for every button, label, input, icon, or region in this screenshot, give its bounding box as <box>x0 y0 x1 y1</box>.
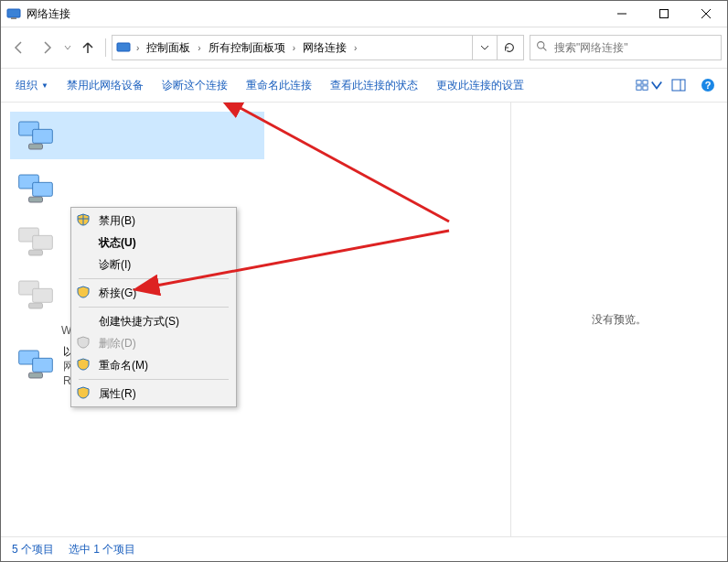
cm-properties[interactable]: 属性(R) <box>71 383 236 405</box>
toolbar: 组织▼ 禁用此网络设备 诊断这个连接 重命名此连接 查看此连接的状态 更改此连接… <box>1 69 727 103</box>
svg-rect-30 <box>33 358 53 372</box>
svg-rect-22 <box>29 197 43 202</box>
preview-pane-icon[interactable] <box>665 71 692 99</box>
network-adapter-icon <box>14 222 58 262</box>
address-bar[interactable]: › 控制面板 › 所有控制面板项 › 网络连接 › <box>112 35 524 60</box>
network-adapter-icon <box>14 275 58 315</box>
svg-rect-10 <box>643 81 648 84</box>
toolbar-disable[interactable]: 禁用此网络设备 <box>58 71 153 99</box>
help-icon[interactable]: ? <box>694 71 722 99</box>
cm-separator <box>79 278 229 279</box>
cm-delete: 删除(D) <box>71 332 236 354</box>
svg-rect-18 <box>33 129 53 143</box>
context-menu: 禁用(B) 状态(U) 诊断(I) 桥接(G) 创建快捷方式(S) 删除(D) … <box>70 207 237 407</box>
statusbar: 5 个项目 选中 1 个项目 <box>1 536 727 561</box>
toolbar-settings[interactable]: 更改此连接的设置 <box>427 71 533 99</box>
shield-icon <box>77 286 90 301</box>
cm-status[interactable]: 状态(U) <box>71 232 236 254</box>
nav-separator <box>105 38 106 57</box>
svg-rect-3 <box>660 10 669 18</box>
forward-button[interactable] <box>34 35 59 60</box>
svg-rect-9 <box>637 81 641 84</box>
connection-item[interactable] <box>10 165 264 212</box>
toolbar-organize[interactable]: 组织▼ <box>6 71 58 99</box>
window-title: 网络连接 <box>27 6 70 22</box>
view-options-icon[interactable] <box>636 71 663 99</box>
cm-shortcut[interactable]: 创建快捷方式(S) <box>71 310 236 332</box>
history-dropdown[interactable] <box>61 44 74 51</box>
status-count: 5 个项目 <box>12 542 54 557</box>
search-box[interactable]: 搜索"网络连接" <box>530 35 722 60</box>
cm-separator <box>79 379 229 380</box>
network-adapter-icon <box>14 344 58 384</box>
svg-rect-24 <box>33 235 53 249</box>
network-adapter-icon <box>14 168 58 209</box>
svg-rect-11 <box>637 86 641 90</box>
toolbar-rename[interactable]: 重命名此连接 <box>237 71 321 99</box>
svg-rect-27 <box>33 288 53 302</box>
svg-rect-28 <box>29 303 43 308</box>
minimize-button[interactable] <box>601 1 643 27</box>
toolbar-status[interactable]: 查看此连接的状态 <box>321 71 427 99</box>
shield-icon <box>77 358 90 373</box>
address-dropdown[interactable] <box>472 36 497 59</box>
svg-text:?: ? <box>705 80 712 91</box>
search-placeholder: 搜索"网络连接" <box>554 40 628 56</box>
cm-diagnose[interactable]: 诊断(I) <box>71 254 236 276</box>
app-icon <box>6 6 21 21</box>
svg-line-8 <box>543 48 546 50</box>
cm-separator <box>79 307 229 308</box>
no-preview-text: 没有预览。 <box>592 312 647 328</box>
shield-icon <box>77 386 90 402</box>
cm-disable[interactable]: 禁用(B) <box>71 210 236 232</box>
titlebar: 网络连接 <box>1 1 727 27</box>
back-button[interactable] <box>6 35 32 60</box>
svg-rect-13 <box>672 80 685 91</box>
svg-rect-25 <box>29 250 43 255</box>
network-adapter-icon <box>14 115 58 156</box>
svg-rect-31 <box>29 373 43 378</box>
shield-icon <box>77 213 90 229</box>
svg-rect-0 <box>7 9 20 17</box>
svg-rect-12 <box>643 86 648 90</box>
svg-point-7 <box>538 42 544 49</box>
preview-pane: 没有预览。 <box>510 103 727 536</box>
navbar: › 控制面板 › 所有控制面板项 › 网络连接 › 搜索"网络连接" <box>1 27 727 69</box>
shield-icon <box>77 336 90 351</box>
connection-item-selected[interactable] <box>10 112 264 159</box>
breadcrumb-seg-0[interactable]: 控制面板 <box>143 37 194 59</box>
svg-rect-6 <box>117 43 130 51</box>
breadcrumb-seg-2[interactable]: 网络连接 <box>299 37 350 59</box>
cm-rename[interactable]: 重命名(M) <box>71 354 236 376</box>
up-button[interactable] <box>76 35 100 60</box>
svg-rect-1 <box>11 17 16 19</box>
breadcrumb-seg-1[interactable]: 所有控制面板项 <box>205 37 289 59</box>
breadcrumb-chevron[interactable]: › <box>133 43 143 53</box>
svg-rect-19 <box>29 144 43 149</box>
refresh-button[interactable] <box>497 36 521 59</box>
content-area: WAN Miniport (PPTP) 以太网 网络 4 Realtek PCI… <box>1 103 727 536</box>
address-icon <box>114 40 133 55</box>
maximize-button[interactable] <box>643 1 685 27</box>
cm-bridge[interactable]: 桥接(G) <box>71 282 236 304</box>
close-button[interactable] <box>685 1 727 27</box>
svg-rect-21 <box>33 182 53 196</box>
search-icon <box>536 40 551 55</box>
svg-line-33 <box>239 107 449 222</box>
status-selected: 选中 1 个项目 <box>69 542 135 557</box>
toolbar-diagnose[interactable]: 诊断这个连接 <box>153 71 237 99</box>
